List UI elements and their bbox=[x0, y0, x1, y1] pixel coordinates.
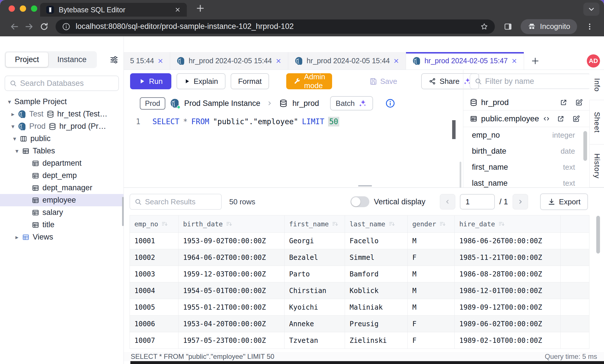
sql-editor[interactable]: 1 SELECT*FROM"public"."employee"LIMIT50 bbox=[124, 112, 463, 187]
batch-button[interactable]: Batch bbox=[330, 96, 373, 110]
tree-item-department[interactable]: department bbox=[0, 157, 123, 169]
admin-mode-button[interactable]: Admin mode bbox=[286, 73, 332, 89]
chevron-right-icon[interactable]: ▸ bbox=[12, 234, 22, 241]
close-tab-icon[interactable] bbox=[511, 58, 517, 64]
schema-database-row[interactable]: hr_prod bbox=[463, 94, 589, 110]
schema-table-row[interactable]: public.employee bbox=[463, 110, 589, 127]
run-button[interactable]: Run bbox=[130, 73, 171, 89]
tab-project[interactable]: Project bbox=[6, 52, 48, 67]
forward-icon[interactable] bbox=[22, 19, 37, 34]
export-button[interactable]: Export bbox=[540, 193, 588, 210]
database-search[interactable] bbox=[5, 76, 119, 91]
chevron-down-icon[interactable]: ▾ bbox=[8, 123, 18, 130]
database-search-input[interactable] bbox=[20, 79, 121, 88]
filter-by-name[interactable] bbox=[470, 74, 591, 89]
browser-tab-close-icon[interactable] bbox=[174, 6, 181, 13]
sort-icon[interactable] bbox=[388, 220, 396, 228]
column-header-gender[interactable]: gender bbox=[408, 215, 455, 233]
instance-name[interactable]: Prod Sample Instance bbox=[184, 99, 260, 108]
external-link-icon[interactable] bbox=[560, 98, 568, 106]
browser-menu-icon[interactable] bbox=[582, 19, 597, 34]
query-tab-4[interactable]: hr_prod 2024-02-05 15:47 bbox=[406, 52, 524, 70]
rail-tab-sheet[interactable]: Sheet bbox=[590, 100, 604, 145]
column-header-first_name[interactable]: first_name bbox=[285, 215, 345, 233]
tree-item-views[interactable]: ▸Views bbox=[0, 231, 123, 243]
next-page-button[interactable] bbox=[513, 194, 528, 209]
query-tab-1[interactable]: 5 15:44 bbox=[124, 52, 170, 70]
tree-item-sample-project[interactable]: ▾Sample Project bbox=[0, 96, 123, 108]
table-row[interactable]: 100071957-05-23T00:00:00ZTzvetanZielinsk… bbox=[130, 332, 589, 349]
tree-item-title[interactable]: title bbox=[0, 219, 123, 231]
tab-search-button[interactable] bbox=[583, 3, 599, 16]
new-query-tab-button[interactable] bbox=[524, 52, 546, 70]
close-tab-icon[interactable] bbox=[393, 58, 399, 64]
chevron-down-icon[interactable]: ▾ bbox=[10, 135, 19, 142]
table-row[interactable]: 100041954-05-01T00:00:00ZChirstianKoblic… bbox=[130, 282, 589, 299]
chevron-right-icon[interactable]: ▸ bbox=[8, 111, 18, 118]
tree-item-dept_emp[interactable]: dept_emp bbox=[0, 169, 123, 182]
external-link-icon[interactable] bbox=[557, 115, 565, 123]
tree-item-test[interactable]: ▸Testhr_test (Test… bbox=[0, 108, 123, 120]
tab-instance[interactable]: Instance bbox=[48, 52, 96, 67]
column-row-birth_date[interactable]: birth_datedate bbox=[463, 143, 589, 159]
site-info-icon[interactable] bbox=[62, 22, 70, 31]
sort-icon[interactable] bbox=[225, 220, 233, 228]
column-header-birth_date[interactable]: birth_date bbox=[179, 215, 285, 233]
filter-by-name-input[interactable] bbox=[485, 77, 587, 86]
query-tab-2[interactable]: hr_prod 2024-02-05 15:44 bbox=[170, 52, 288, 70]
close-window-button[interactable] bbox=[9, 5, 15, 12]
bookmark-star-icon[interactable] bbox=[480, 22, 489, 31]
chevron-down-icon[interactable]: ▾ bbox=[5, 98, 14, 105]
vertical-display-toggle[interactable] bbox=[350, 196, 369, 207]
tree-item-dept_manager[interactable]: dept_manager bbox=[0, 182, 123, 194]
side-panel-icon[interactable] bbox=[501, 19, 515, 34]
column-row-last_name[interactable]: last_nametext bbox=[463, 175, 589, 187]
table-row[interactable]: 100031959-12-03T00:00:00ZPartoBamfordM19… bbox=[130, 266, 589, 282]
sort-icon[interactable] bbox=[439, 220, 446, 228]
minimize-window-button[interactable] bbox=[20, 5, 26, 12]
tree-item-salary[interactable]: salary bbox=[0, 206, 123, 219]
browser-tab[interactable]: Bytebase SQL Editor bbox=[40, 3, 187, 17]
schema-scrollbar[interactable] bbox=[583, 131, 587, 161]
sort-icon[interactable] bbox=[498, 220, 505, 228]
column-row-first_name[interactable]: first_nametext bbox=[463, 159, 589, 175]
save-button[interactable]: Save bbox=[362, 73, 404, 89]
format-button[interactable]: Format bbox=[231, 73, 269, 89]
rail-tab-history[interactable]: History bbox=[590, 145, 604, 187]
panel-drag-handle[interactable] bbox=[460, 162, 461, 192]
new-browser-tab-button[interactable] bbox=[194, 2, 206, 14]
results-search[interactable] bbox=[130, 194, 222, 210]
table-row[interactable]: 100051955-01-21T00:00:00ZKyoichiMaliniak… bbox=[130, 299, 589, 316]
tree-item-employee[interactable]: employee bbox=[0, 194, 123, 206]
page-number-input[interactable] bbox=[460, 194, 495, 209]
table-row[interactable]: 100021964-06-02T00:00:00ZBezalelSimmelF1… bbox=[130, 249, 589, 266]
connection-info-icon[interactable] bbox=[385, 98, 395, 108]
edit-icon[interactable] bbox=[575, 98, 583, 106]
avatar[interactable]: AD bbox=[587, 54, 600, 68]
url-text[interactable]: localhost:8080/sql-editor/prod-sample-in… bbox=[76, 22, 475, 31]
code-icon[interactable] bbox=[542, 115, 550, 123]
tree-item-prod[interactable]: ▾Prodhr_prod (Pr… bbox=[0, 120, 123, 132]
editor-scrollbar[interactable] bbox=[452, 120, 456, 139]
rail-tab-info[interactable]: Info bbox=[589, 70, 604, 100]
column-header-emp_no[interactable]: emp_no bbox=[130, 215, 179, 233]
table-scrollbar[interactable] bbox=[596, 216, 600, 254]
chevron-down-icon[interactable]: ▾ bbox=[12, 148, 22, 155]
address-bar[interactable]: localhost:8080/sql-editor/prod-sample-in… bbox=[56, 19, 495, 34]
tree-settings-icon[interactable] bbox=[109, 55, 119, 65]
maximize-window-button[interactable] bbox=[31, 5, 37, 12]
back-icon[interactable] bbox=[7, 19, 22, 34]
tree-item-public[interactable]: ▾public bbox=[0, 132, 123, 145]
table-row[interactable]: 100061953-04-20T00:00:00ZAnnekePreusigF1… bbox=[130, 316, 589, 332]
column-row-emp_no[interactable]: emp_nointeger bbox=[463, 127, 589, 143]
query-tab-3[interactable]: hr_prod 2024-02-05 15:44 bbox=[288, 52, 406, 70]
column-header-last_name[interactable]: last_name bbox=[345, 215, 408, 233]
database-name[interactable]: hr_prod bbox=[292, 99, 319, 108]
close-tab-icon[interactable] bbox=[275, 58, 282, 64]
tree-item-tables[interactable]: ▾Tables bbox=[0, 145, 123, 157]
sort-icon[interactable] bbox=[332, 220, 339, 228]
results-search-input[interactable] bbox=[145, 197, 217, 206]
explain-button[interactable]: Explain bbox=[177, 73, 225, 89]
table-row[interactable]: 100011953-09-02T00:00:00ZGeorgiFacelloM1… bbox=[130, 233, 589, 249]
column-header-hire_date[interactable]: hire_date bbox=[455, 215, 561, 233]
